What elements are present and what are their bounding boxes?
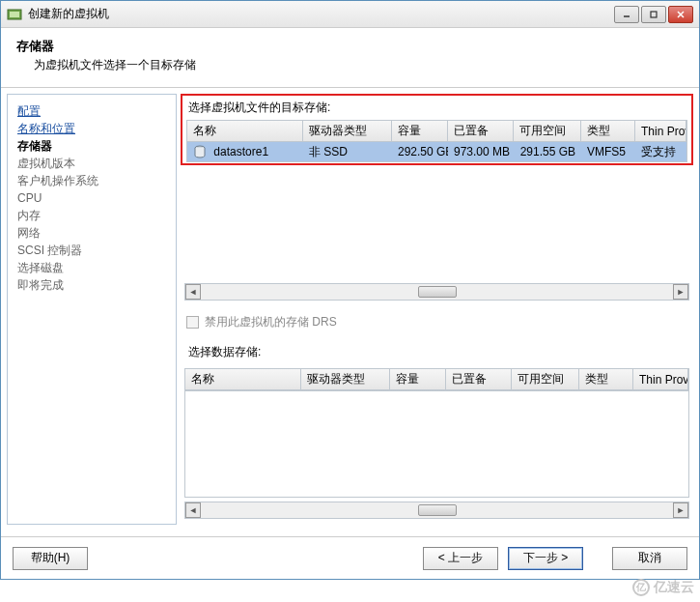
minimize-button[interactable] [614, 6, 639, 23]
cell-free-space: 291.55 GB [514, 145, 581, 158]
main-panel: 选择虚拟机文件的目标存储: 名称 驱动器类型 容量 已置备 可用空间 类型 Th… [181, 94, 693, 525]
step-storage: 存储器 [17, 137, 166, 155]
step-select-disk: 选择磁盘 [17, 259, 166, 276]
step-cpu: CPU [17, 189, 166, 207]
page-title: 存储器 [16, 38, 684, 55]
col2-provisioned: 已置备 [446, 369, 512, 389]
col2-capacity: 容量 [390, 369, 446, 389]
page-subtitle: 为虚拟机文件选择一个目标存储 [34, 57, 684, 73]
table2-header: 名称 驱动器类型 容量 已置备 可用空间 类型 Thin Provi [185, 369, 688, 390]
step-vm-version: 虚拟机版本 [17, 155, 166, 172]
col-type[interactable]: 类型 [581, 121, 635, 141]
scroll2-thumb[interactable] [418, 504, 457, 516]
maximize-button[interactable] [641, 6, 666, 23]
window-controls [614, 6, 693, 23]
scroll-left-arrow[interactable]: ◄ [185, 284, 201, 300]
col-name[interactable]: 名称 [187, 121, 303, 141]
disable-storage-drs-row: 禁用此虚拟机的存储 DRS [186, 314, 687, 330]
disable-storage-drs-label: 禁用此虚拟机的存储 DRS [205, 314, 337, 330]
titlebar: 创建新的虚拟机 [1, 1, 699, 28]
disable-storage-drs-checkbox[interactable] [186, 316, 199, 329]
wizard-steps-sidebar: 配置 名称和位置 存储器 虚拟机版本 客户机操作系统 CPU 内存 网络 SCS… [7, 94, 177, 525]
svg-rect-3 [651, 12, 657, 17]
select-datastore-label: 选择数据存储: [186, 344, 687, 360]
step-guest-os: 客户机操作系统 [17, 172, 166, 189]
scroll2-left-arrow[interactable]: ◄ [185, 502, 201, 518]
select-datastore-table: 名称 驱动器类型 容量 已置备 可用空间 类型 Thin Provi [184, 368, 689, 391]
dest-table-horizontal-scrollbar[interactable]: ◄ ► [184, 283, 689, 301]
col-thin-prov[interactable]: Thin Prov [635, 121, 686, 141]
wizard-header: 存储器 为虚拟机文件选择一个目标存储 [1, 28, 699, 88]
step-memory: 内存 [17, 207, 166, 224]
col2-name: 名称 [185, 369, 301, 389]
help-button[interactable]: 帮助(H) [13, 547, 88, 570]
table-row[interactable]: datastore1 非 SSD 292.50 GB 973.00 MB 291… [187, 142, 686, 161]
cell-type: VMFS5 [581, 145, 635, 158]
col-provisioned[interactable]: 已置备 [448, 121, 514, 141]
next-button[interactable]: 下一步 > [508, 547, 583, 570]
app-icon [7, 7, 22, 22]
destination-storage-section: 选择虚拟机文件的目标存储: 名称 驱动器类型 容量 已置备 可用空间 类型 Th… [181, 94, 693, 165]
step-name-location[interactable]: 名称和位置 [17, 120, 166, 137]
col2-drive-type: 驱动器类型 [301, 369, 390, 389]
cell-capacity: 292.50 GB [392, 145, 448, 158]
window-title: 创建新的虚拟机 [28, 6, 614, 22]
scroll2-right-arrow[interactable]: ► [673, 502, 688, 518]
cell-thin-prov: 受支持 [635, 144, 686, 160]
datastore-icon [193, 145, 207, 158]
step-ready-complete: 即将完成 [17, 276, 166, 294]
cell-name: datastore1 [213, 145, 268, 158]
scroll-right-arrow[interactable]: ► [673, 284, 688, 300]
table-header: 名称 驱动器类型 容量 已置备 可用空间 类型 Thin Prov [187, 121, 686, 142]
col2-thin-prov: Thin Provi [633, 369, 688, 389]
select-datastore-empty-body [184, 391, 689, 498]
col2-free-space: 可用空间 [512, 369, 579, 389]
select-table-horizontal-scrollbar[interactable]: ◄ ► [184, 502, 689, 519]
dialog-window: 创建新的虚拟机 存储器 为虚拟机文件选择一个目标存储 配置 名称和位置 存储器 … [0, 0, 700, 580]
close-button[interactable] [668, 6, 693, 23]
scroll-thumb[interactable] [418, 286, 457, 298]
dest-datastore-table[interactable]: 名称 驱动器类型 容量 已置备 可用空间 类型 Thin Prov datast… [186, 120, 687, 162]
back-button[interactable]: < 上一步 [423, 547, 498, 570]
col-capacity[interactable]: 容量 [392, 121, 448, 141]
svg-rect-1 [10, 12, 19, 17]
step-configuration[interactable]: 配置 [17, 102, 166, 120]
step-scsi-controller: SCSI 控制器 [17, 242, 166, 259]
dest-storage-label: 选择虚拟机文件的目标存储: [182, 96, 691, 120]
col2-type: 类型 [579, 369, 633, 389]
cell-drive-type: 非 SSD [303, 144, 392, 160]
cell-provisioned: 973.00 MB [448, 145, 514, 158]
col-drive-type[interactable]: 驱动器类型 [303, 121, 392, 141]
step-network: 网络 [17, 224, 166, 242]
wizard-footer: 帮助(H) < 上一步 下一步 > 取消 [1, 536, 699, 579]
cancel-button[interactable]: 取消 [612, 547, 687, 570]
col-free-space[interactable]: 可用空间 [514, 121, 581, 141]
